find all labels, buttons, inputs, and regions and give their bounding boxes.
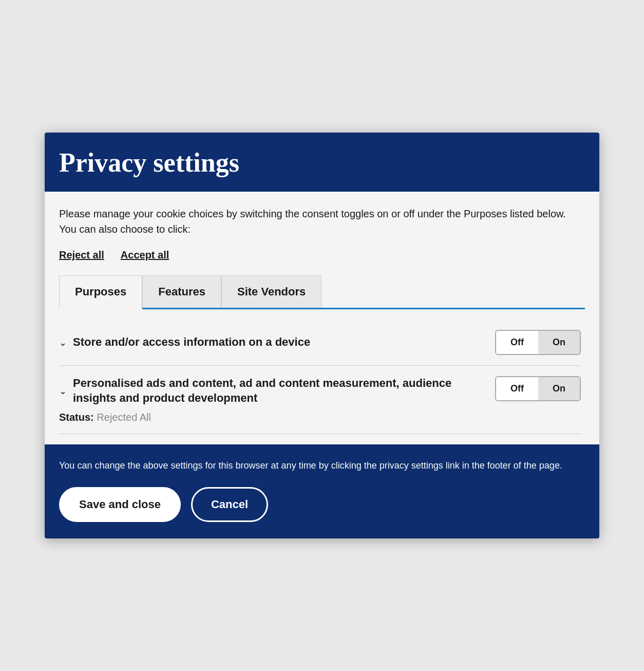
tabs-container: Purposes Features Site Vendors	[59, 275, 585, 309]
purpose-title-row-2: ⌄ Personalised ads and content, ad and c…	[59, 376, 495, 405]
modal-body: Please manage your cookie choices by swi…	[45, 192, 599, 444]
toggle-on-store-access[interactable]: On	[538, 331, 580, 354]
purpose-item-personalised-ads: ⌄ Personalised ads and content, ad and c…	[59, 366, 581, 434]
reject-all-button[interactable]: Reject all	[59, 249, 104, 261]
purposes-content: ⌄ Store and/or access information on a d…	[59, 309, 585, 444]
toggle-off-store-access[interactable]: Off	[496, 331, 538, 354]
tab-purposes[interactable]: Purposes	[59, 275, 142, 309]
save-and-close-button[interactable]: Save and close	[59, 487, 181, 522]
status-label: Status:	[59, 412, 94, 423]
modal-footer: You can change the above settings for th…	[45, 444, 599, 538]
modal-title: Privacy settings	[59, 148, 585, 177]
footer-buttons: Save and close Cancel	[59, 487, 585, 522]
purpose-header-1: ⌄ Store and/or access information on a d…	[59, 330, 581, 355]
purpose-header-2: ⌄ Personalised ads and content, ad and c…	[59, 376, 581, 405]
toggle-off-personalised-ads[interactable]: Off	[496, 377, 538, 400]
purpose-item-store-access: ⌄ Store and/or access information on a d…	[59, 320, 581, 366]
purpose-title-2: Personalised ads and content, ad and con…	[73, 376, 495, 405]
status-value: Rejected All	[97, 412, 151, 423]
modal-header: Privacy settings	[45, 133, 599, 192]
privacy-settings-modal: Privacy settings Please manage your cook…	[45, 133, 599, 538]
tab-features[interactable]: Features	[142, 275, 221, 308]
chevron-icon-1: ⌄	[59, 337, 67, 348]
purpose-title-row-1: ⌄ Store and/or access information on a d…	[59, 335, 495, 350]
purposes-scroll-area[interactable]: ⌄ Store and/or access information on a d…	[59, 320, 585, 434]
toggle-on-personalised-ads[interactable]: On	[538, 377, 580, 400]
description-text: Please manage your cookie choices by swi…	[59, 206, 585, 237]
cancel-button[interactable]: Cancel	[191, 487, 268, 522]
toggle-store-access: Off On	[495, 330, 581, 355]
purpose-title-1: Store and/or access information on a dev…	[73, 335, 310, 350]
chevron-icon-2: ⌄	[59, 385, 67, 397]
action-links: Reject all Accept all	[59, 249, 585, 261]
accept-all-button[interactable]: Accept all	[121, 249, 169, 261]
footer-text: You can change the above settings for th…	[59, 459, 585, 473]
toggle-personalised-ads: Off On	[495, 376, 581, 401]
purpose-status-personalised-ads: Status: Rejected All	[59, 412, 581, 423]
tab-site-vendors[interactable]: Site Vendors	[221, 275, 321, 308]
